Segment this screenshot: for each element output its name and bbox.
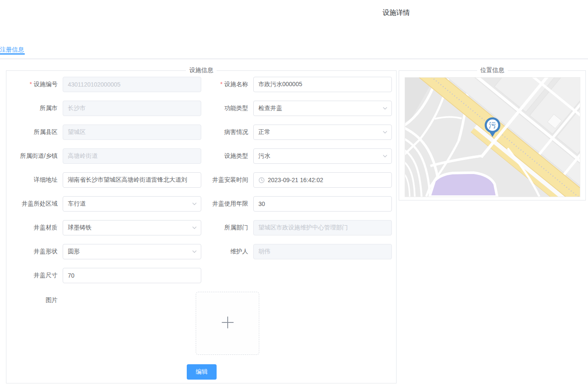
field-label: 维护人 [197,248,253,255]
service-life-field[interactable]: 30 [253,196,392,212]
field-label: 所属部门 [197,224,253,232]
form-row: 井盖尺寸 70 [6,268,201,283]
form-row: 功能类型 检查井盖 [197,101,392,116]
field-label: 井盖尺寸 [6,272,63,279]
cover-material-select[interactable]: 球墨铸铁 [63,220,201,235]
city-field: 长沙市 [63,101,201,116]
chevron-down-icon [382,105,388,111]
field-label: *设施编号 [6,81,63,88]
form-row: 所属街道/乡镇 高塘岭街道 [6,148,201,164]
form-row: 详细地址 湖南省长沙市望城区高塘岭街道雷锋北大道刘 [6,172,201,188]
cover-size-field[interactable]: 70 [63,268,201,283]
map-canvas[interactable]: 污 [405,78,580,197]
form-column-left: *设施编号 4301120102000005 所属市 长沙市 所属县区 望城区 … [6,77,201,292]
chevron-down-icon [191,201,197,207]
field-label: 所属市 [6,104,63,112]
tab-label: 注册信息 [0,46,24,53]
form-row: 病害情况 正常 [197,125,392,140]
location-panel-legend: 位置信息 [477,67,508,74]
chevron-down-icon [191,249,197,255]
disease-status-select[interactable]: 正常 [253,125,392,140]
map-container: 污 [405,77,580,197]
field-label: 井盖所处区域 [6,200,63,208]
field-label: 所属街道/乡镇 [6,152,63,160]
map-park-area [429,173,497,197]
field-label: 井盖形状 [6,248,63,255]
install-time-picker[interactable]: 2023-09-21 16:42:02 [253,172,392,188]
form-column-right: *设施名称 市政污水000005 功能类型 检查井盖 病害情况 正常 设施类型 … [197,77,392,268]
maintainer-field: 胡伟 [253,244,392,259]
field-label: 设施类型 [197,152,253,160]
form-row: 井盖使用年限 30 [197,196,392,212]
cover-area-select[interactable]: 车行道 [63,196,201,212]
field-label: 病害情况 [197,128,253,136]
form-row: *设施名称 市政污水000005 [197,77,392,92]
plus-icon [221,316,235,331]
facility-panel-legend: 设施信息 [186,67,217,74]
facility-info-panel: 设施信息 *设施编号 4301120102000005 所属市 长沙市 所属县区… [6,70,397,383]
required-asterisk: * [30,81,32,87]
form-row: 所属部门 望城区市政设施维护中心管理部门 [197,220,392,235]
chevron-down-icon [382,129,388,135]
form-row: 井盖材质 球墨铸铁 [6,220,201,235]
form-row: *设施编号 4301120102000005 [6,77,201,92]
tab-registration-info[interactable]: 注册信息 [0,46,24,54]
department-field: 望城区市政设施维护中心管理部门 [253,220,392,235]
tab-bar: 注册信息 [0,42,588,59]
pin-label: 污 [489,121,496,129]
form-row: 设施类型 污水 [197,148,392,164]
form-row: 井盖安装时间 2023-09-21 16:42:02 [197,172,392,188]
chevron-down-icon [191,225,197,231]
field-label: 井盖使用年限 [197,200,253,208]
form-row: 所属市 长沙市 [6,101,201,116]
active-tab-underline [0,53,25,55]
required-asterisk: * [220,81,223,87]
field-label: 井盖安装时间 [197,176,253,184]
function-type-select[interactable]: 检查井盖 [253,101,392,116]
page-title: 设施详情 [382,9,410,17]
facility-code-field: 4301120102000005 [63,77,201,92]
chevron-down-icon [382,153,388,159]
facility-name-field[interactable]: 市政污水000005 [253,77,392,92]
cover-shape-select[interactable]: 圆形 [63,244,201,259]
image-upload-label: 图片 [6,296,58,304]
form-row: 维护人 胡伟 [197,244,392,259]
field-label: 详细地址 [6,176,63,184]
location-info-panel: 位置信息 [399,70,586,200]
field-label: *设施名称 [197,81,253,88]
edit-button[interactable]: 编辑 [187,364,217,380]
street-field: 高塘岭街道 [63,148,201,164]
field-label: 所属县区 [6,128,63,136]
form-row: 井盖形状 圆形 [6,244,201,259]
county-field: 望城区 [63,125,201,140]
facility-type-select[interactable]: 污水 [253,148,392,164]
address-field[interactable]: 湖南省长沙市望城区高塘岭街道雷锋北大道刘 [63,172,201,188]
form-row: 井盖所处区域 车行道 [6,196,201,212]
form-row: 所属县区 望城区 [6,125,201,140]
image-upload-dropzone[interactable] [196,292,259,355]
field-label: 井盖材质 [6,224,63,232]
clock-icon [258,177,265,183]
field-label: 功能类型 [197,104,253,112]
